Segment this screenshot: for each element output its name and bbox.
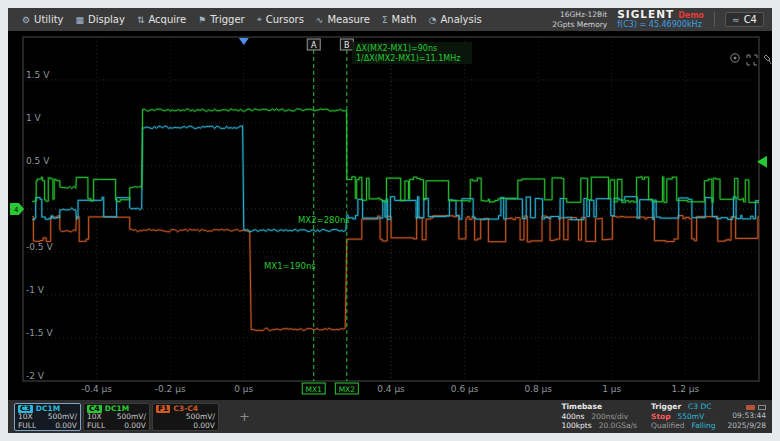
y-axis-label: -0.5 V bbox=[26, 242, 53, 252]
channel-offset: 0.00V bbox=[124, 422, 146, 431]
status-bar: C3DC1M10X500mV/FULL0.00VC4DC1M10X500mV/F… bbox=[8, 400, 772, 433]
cursor-b-tag-label: MX2 bbox=[339, 385, 356, 394]
waveform-icon: ≈ bbox=[732, 15, 740, 25]
menu-item-cursors[interactable]: ⌖Cursors bbox=[251, 12, 310, 27]
channel-offset: 0.00V bbox=[193, 422, 215, 431]
menu-item-analysis[interactable]: ◔Analysis bbox=[423, 12, 488, 27]
usb-icon bbox=[746, 405, 755, 410]
clock-panel: 09:53:44 2025/9/28 bbox=[728, 403, 766, 430]
divider bbox=[714, 12, 715, 27]
trigger-source: C3 DC bbox=[688, 402, 711, 411]
trigger-icon: ⚑ bbox=[198, 15, 206, 25]
channel-box-c3[interactable]: C3DC1M10X500mV/FULL0.00V bbox=[14, 403, 81, 431]
menu-item-trigger[interactable]: ⚑Trigger bbox=[192, 12, 251, 27]
waveform-display: 1.5 V1 V0.5 V-0.5 V-1 V-1.5 V-2 V-0.4 µs… bbox=[8, 31, 772, 400]
timebase-panel[interactable]: Timebase 400ns 200ns/div 100kpts 20.0GSa… bbox=[561, 402, 637, 430]
y-axis-label: -2 V bbox=[26, 371, 45, 381]
trigger-mode: Qualified bbox=[651, 421, 685, 430]
oscilloscope-screen: ⚙Utility▦Display⇅Acquire⚑Trigger⌖Cursors… bbox=[8, 8, 772, 433]
expand-icon[interactable] bbox=[747, 55, 757, 65]
menu-item-display[interactable]: ▦Display bbox=[70, 12, 131, 27]
menu-item-label: Utility bbox=[34, 14, 63, 25]
channel-bandwidth: FULL bbox=[18, 422, 36, 431]
timebase-points: 100kpts bbox=[561, 421, 591, 430]
trigger-slope: Falling bbox=[692, 421, 716, 430]
menu-item-label: Cursors bbox=[266, 14, 304, 25]
channel-descriptor-boxes: C3DC1M10X500mV/FULL0.00VC4DC1M10X500mV/F… bbox=[14, 403, 219, 431]
y-axis-label: 0.5 V bbox=[26, 156, 50, 166]
menu-item-label: Math bbox=[392, 14, 417, 25]
x-axis-label: 0.4 µs bbox=[377, 384, 405, 394]
menu-bar: ⚙Utility▦Display⇅Acquire⚑Trigger⌖Cursors… bbox=[8, 8, 772, 31]
y-axis-label: 1 V bbox=[26, 113, 42, 123]
y-axis-label: -1 V bbox=[26, 285, 45, 295]
crosshair-handle[interactable]: + bbox=[239, 410, 250, 423]
cursor-a-tag-label: MX1 bbox=[306, 385, 323, 394]
menu-item-label: Trigger bbox=[210, 14, 245, 25]
measure-icon: ∿ bbox=[316, 15, 324, 25]
channel-offset: 0.00V bbox=[55, 422, 77, 431]
channel-offset-marker-label: 4 bbox=[14, 206, 19, 214]
network-icon bbox=[758, 405, 766, 410]
timebase-title: Timebase bbox=[561, 402, 602, 411]
pin-icon[interactable] bbox=[764, 55, 771, 64]
menu-item-measure[interactable]: ∿Measure bbox=[310, 12, 376, 27]
trigger-panel[interactable]: Trigger C3 DC Stop 550mV Qualified Falli… bbox=[651, 402, 716, 430]
timebase-delay: 400ns bbox=[561, 412, 584, 421]
frequency-counter: f(C3) = 45.46900kHz bbox=[617, 21, 704, 30]
trace-f1 bbox=[32, 216, 759, 331]
math-icon: Σ bbox=[382, 15, 388, 25]
cursor-value-label: MX1=190ns bbox=[264, 261, 316, 271]
active-channel-label: C4 bbox=[744, 14, 757, 25]
channel-badge: F1 bbox=[156, 405, 170, 414]
cursor-a-label: A bbox=[311, 41, 317, 50]
clock-icons bbox=[728, 403, 766, 411]
trigger-position-marker[interactable] bbox=[239, 38, 249, 45]
trigger-title: Trigger bbox=[651, 402, 681, 411]
menu-item-label: Measure bbox=[327, 14, 370, 25]
clock-time: 09:53:44 bbox=[728, 411, 766, 420]
trigger-status: Stop bbox=[651, 412, 671, 421]
menu-item-acquire[interactable]: ⇅Acquire bbox=[131, 12, 192, 27]
channel-box-c4[interactable]: C4DC1M10X500mV/FULL0.00V bbox=[83, 403, 150, 431]
trace-f1-glow bbox=[32, 216, 759, 331]
x-axis-label: 0 µs bbox=[234, 384, 253, 394]
clock-date: 2025/9/28 bbox=[728, 421, 766, 430]
menu-item-label: Display bbox=[88, 14, 125, 25]
menu-bar-right: 16GHz-12Bit 2Gpts Memory SIGLENT Demo f(… bbox=[552, 9, 764, 30]
x-axis-label: -0.4 µs bbox=[81, 384, 112, 394]
channel-box-f1[interactable]: F1C3-C4500mV/0.00V bbox=[152, 403, 219, 431]
y-axis-label: 1.5 V bbox=[26, 70, 50, 80]
menu-items: ⚙Utility▦Display⇅Acquire⚑Trigger⌖Cursors… bbox=[16, 12, 488, 27]
timebase-scale: 200ns/div bbox=[591, 412, 628, 421]
plot-corner-icons bbox=[731, 54, 771, 65]
active-channel-button[interactable]: ≈ C4 bbox=[725, 12, 764, 27]
menu-item-label: Analysis bbox=[440, 14, 481, 25]
spec-memory: 2Gpts Memory bbox=[552, 20, 607, 29]
display-icon: ▦ bbox=[76, 15, 85, 25]
channel-bandwidth: FULL bbox=[87, 422, 105, 431]
target-icon-dot bbox=[734, 57, 736, 59]
y-axis-label: -1.5 V bbox=[26, 328, 53, 338]
menu-item-utility[interactable]: ⚙Utility bbox=[16, 12, 70, 27]
screenshot-frame: ⚙Utility▦Display⇅Acquire⚑Trigger⌖Cursors… bbox=[0, 0, 780, 441]
menu-item-math[interactable]: ΣMath bbox=[376, 12, 423, 27]
trigger-level: 550mV bbox=[678, 412, 705, 421]
cursor-b-label: B bbox=[344, 41, 350, 50]
x-axis-label: -0.2 µs bbox=[155, 384, 186, 394]
cursor-frequency-readout: 1/ΔX(MX2-MX1)=11.1MHz bbox=[356, 54, 460, 63]
cursors-icon: ⌖ bbox=[257, 14, 262, 25]
acquire-icon: ⇅ bbox=[137, 15, 145, 25]
spec-bandwidth: 16GHz-12Bit bbox=[552, 10, 607, 19]
utility-icon: ⚙ bbox=[22, 15, 30, 25]
x-axis-label: 0.6 µs bbox=[451, 384, 479, 394]
device-specs: 16GHz-12Bit 2Gpts Memory bbox=[552, 10, 607, 29]
x-axis-label: 1 µs bbox=[602, 384, 621, 394]
cursor-delta-readout: ΔX(MX2-MX1)=90ns bbox=[356, 44, 437, 53]
x-axis-label: 1.2 µs bbox=[672, 384, 700, 394]
x-axis-label: 0.8 µs bbox=[524, 384, 552, 394]
timebase-samplerate: 20.0GSa/s bbox=[599, 421, 637, 430]
cursor-value-label: MX2=280ns bbox=[298, 215, 350, 225]
menu-item-label: Acquire bbox=[148, 14, 186, 25]
brand-block: SIGLENT Demo f(C3) = 45.46900kHz bbox=[617, 9, 704, 30]
